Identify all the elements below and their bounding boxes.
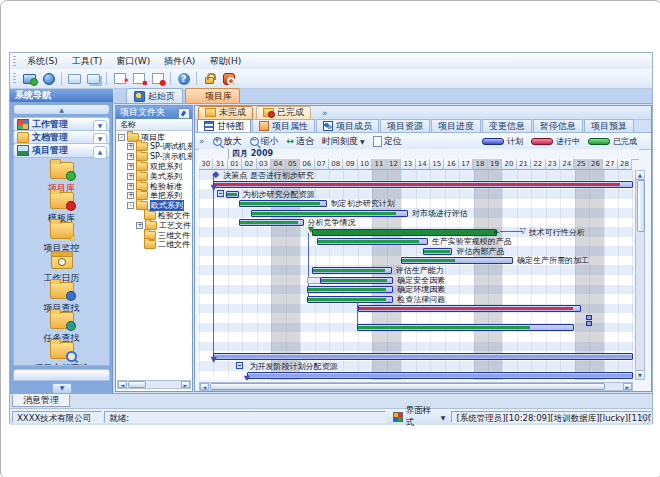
view-tab-甘特图[interactable]: 甘特图	[197, 119, 251, 132]
tree-node-二维文件[interactable]: 二维文件	[136, 240, 190, 250]
view-tab-项目资源[interactable]: 项目资源	[380, 119, 430, 132]
task-bar[interactable]	[312, 229, 498, 236]
sidebar-partial-group[interactable]	[13, 369, 110, 381]
milestone-pair[interactable]	[586, 315, 592, 320]
task-bar[interactable]	[357, 324, 574, 331]
start-tab-icon	[134, 91, 145, 102]
chevron-up-icon[interactable]: ▲	[93, 146, 107, 159]
sidebar-group-项目管理[interactable]: 项目管理▲	[13, 143, 110, 158]
scroll-left-icon[interactable]: ◄	[200, 383, 209, 390]
task-label: 为开发阶段计划分配资源	[249, 362, 337, 371]
report-delete-icon[interactable]: ●	[148, 71, 167, 87]
ui-style-button[interactable]: 界面样式 ▼	[390, 411, 448, 423]
view-tab-项目预算[interactable]: 项目预算	[584, 119, 634, 132]
task-bar[interactable]	[307, 296, 393, 303]
overflow-chevron-icon[interactable]: »	[322, 108, 328, 118]
task-bar[interactable]	[213, 181, 633, 188]
lock-icon[interactable]	[200, 71, 219, 87]
view-tab-暂停信息[interactable]: 暂停信息	[533, 119, 583, 132]
task-label: 评估生产能力	[396, 266, 444, 275]
gantt-hscrollbar[interactable]: ◄ ►	[199, 382, 633, 391]
expand-icon[interactable]: +	[127, 192, 134, 199]
task-bar[interactable]	[251, 210, 408, 217]
report-edit-icon[interactable]: ▪	[129, 71, 148, 87]
toolbar-overflow-icon[interactable]: »	[199, 136, 205, 146]
collapse-icon[interactable]: -	[118, 134, 125, 141]
folder-copy-icon[interactable]	[84, 71, 103, 87]
day-cell: 04	[271, 159, 285, 170]
scroll-thumb[interactable]	[128, 381, 146, 388]
scroll-up-icon[interactable]: ▲	[636, 171, 644, 180]
task-bar[interactable]	[247, 372, 633, 379]
gantt-vscrollbar[interactable]: ▲ ▼	[635, 170, 645, 380]
task-bar[interactable]	[320, 277, 393, 284]
day-cell: 18	[473, 159, 487, 170]
view-tab-变更信息[interactable]: 变更信息	[482, 119, 532, 132]
day-cell: 23	[546, 159, 560, 170]
gantt-button-时间刻度[interactable]: 时间刻度▼	[318, 134, 369, 148]
expand-icon[interactable]: +	[127, 153, 134, 160]
filter-tab-未完成[interactable]: 未完成	[198, 106, 253, 120]
expand-icon[interactable]: +	[127, 173, 134, 180]
computer-icon[interactable]	[20, 71, 39, 87]
menu-item[interactable]: 工具(T)	[65, 54, 110, 69]
task-bar[interactable]	[226, 191, 238, 198]
sidebar-item-项目文档查找[interactable]: 项目文档查找	[14, 339, 109, 366]
task-bar[interactable]	[213, 353, 633, 360]
task-bar[interactable]	[358, 305, 581, 312]
menu-item[interactable]: 系统(S)	[20, 54, 65, 69]
sidebar-scroll-up[interactable]: ▲	[14, 105, 109, 114]
scroll-right-icon[interactable]: ►	[623, 383, 632, 390]
exit-icon[interactable]	[219, 71, 238, 87]
folder-icon[interactable]	[65, 71, 84, 87]
tree-column-header[interactable]: 名称	[116, 119, 192, 131]
expand-icon[interactable]: +	[136, 222, 143, 229]
day-cell: 31	[213, 159, 227, 170]
view-tab-项目进度[interactable]: 项目进度	[431, 119, 481, 132]
gantt-button-放大[interactable]: +放大	[209, 134, 246, 148]
report-new-icon[interactable]: *	[110, 71, 129, 87]
filter-tab-已完成[interactable]: 已完成	[256, 106, 311, 120]
scroll-down-icon[interactable]: ▼	[636, 370, 644, 379]
task-bar[interactable]	[307, 286, 393, 293]
message-manager-tab[interactable]: 消息管理	[12, 394, 70, 407]
scroll-thumb[interactable]	[637, 180, 645, 232]
app-window: 系统(S)工具(T)窗口(W)插件(A)帮助(H) *▪●? 系统导航 ▲ 项目…	[9, 52, 653, 424]
task-bar[interactable]	[317, 238, 427, 245]
milestone-pair[interactable]	[586, 321, 592, 326]
task-bar[interactable]	[401, 257, 513, 264]
gantt-button-定位[interactable]: 定位	[369, 134, 406, 148]
expand-icon[interactable]: +	[127, 163, 134, 170]
task-bar[interactable]	[239, 200, 326, 207]
scroll-left-icon[interactable]: ◄	[118, 381, 127, 388]
legend-label: 已完成	[613, 136, 637, 147]
expand-icon[interactable]: +	[127, 143, 134, 150]
gantt-button-适合[interactable]: ↔适合	[283, 134, 319, 148]
sidebar: 系统导航 ▲ 项目库模板库★项目监控工作日历项目查找任务查找项目文档查找 ▼ 工…	[10, 89, 113, 393]
folder-find-icon	[50, 282, 74, 299]
globe-icon[interactable]	[39, 71, 58, 87]
menu-item[interactable]: 窗口(W)	[109, 54, 157, 69]
milestone-square[interactable]	[236, 362, 243, 369]
task-bar[interactable]	[423, 248, 452, 255]
menu-item[interactable]: 帮助(H)	[202, 54, 248, 69]
scroll-thumb[interactable]	[210, 383, 605, 390]
tab-起始页[interactable]: 起始页	[126, 88, 183, 103]
expand-icon[interactable]: +	[127, 183, 134, 190]
resize-grip[interactable]	[641, 414, 651, 424]
task-bar[interactable]	[239, 219, 303, 226]
gantt-button-缩小[interactable]: −缩小	[246, 134, 283, 148]
pin-icon[interactable]	[178, 108, 190, 119]
tab-项目库[interactable]: 项目库	[185, 88, 240, 103]
toolbar-grip[interactable]	[13, 73, 16, 84]
tab-label: 起始页	[148, 90, 175, 103]
scroll-right-icon[interactable]: ►	[181, 381, 190, 388]
task-bar[interactable]	[312, 267, 392, 274]
collapse-icon[interactable]: -	[127, 202, 134, 209]
help-icon[interactable]: ?	[174, 71, 193, 87]
menu-item[interactable]: 插件(A)	[157, 54, 202, 69]
view-tab-项目属性[interactable]: 项目属性	[252, 119, 315, 132]
menu-grip[interactable]	[13, 56, 16, 67]
view-tab-项目成员[interactable]: 项目成员	[316, 119, 379, 132]
tree-hscrollbar[interactable]: ◄ ►	[117, 380, 191, 389]
